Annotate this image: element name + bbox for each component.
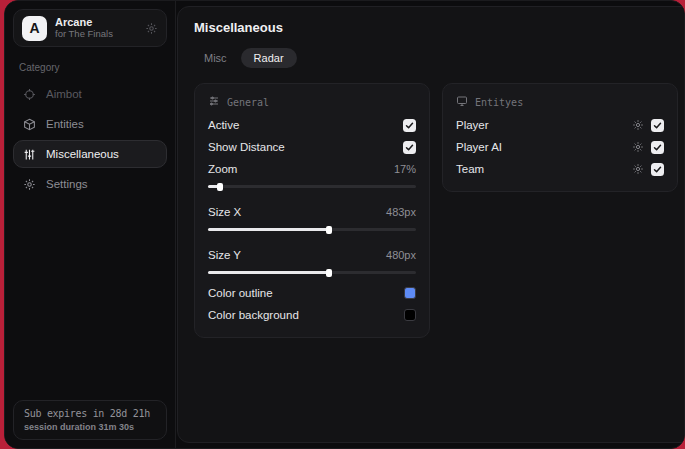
sidebar-item-aimbot[interactable]: Aimbot xyxy=(13,80,167,108)
sidebar-item-miscellaneous[interactable]: Miscellaneous xyxy=(13,140,167,168)
size-x-slider-thumb[interactable] xyxy=(326,226,332,234)
size-y-slider[interactable] xyxy=(208,271,416,274)
zoom-slider[interactable] xyxy=(208,185,416,188)
sidebar-nav: Aimbot Entities Miscel xyxy=(13,80,167,198)
general-panel-header: General xyxy=(208,95,416,109)
show-distance-checkbox[interactable] xyxy=(403,141,416,154)
app-window: A Arcane for The Finals Category xyxy=(4,0,685,449)
color-background-swatch[interactable] xyxy=(404,309,416,321)
gear-icon[interactable] xyxy=(632,163,644,175)
app-logo: A xyxy=(22,16,47,41)
setting-label: Color outline xyxy=(208,287,273,299)
tab-misc[interactable]: Misc xyxy=(194,48,237,68)
gear-icon[interactable] xyxy=(145,22,158,35)
player-checkbox[interactable] xyxy=(651,119,664,132)
tab-radar[interactable]: Radar xyxy=(241,48,297,68)
gear-icon[interactable] xyxy=(632,141,644,153)
general-panel-title: General xyxy=(227,97,269,108)
setting-row-active: Active xyxy=(208,114,416,136)
sidebar-item-label: Miscellaneous xyxy=(46,148,119,160)
entity-label: Player AI xyxy=(456,141,502,153)
general-panel: General Active Show Distance xyxy=(194,83,430,338)
size-y-value: 480px xyxy=(386,249,416,261)
sidebar-item-entities[interactable]: Entities xyxy=(13,110,167,138)
size-x-value: 483px xyxy=(386,206,416,218)
entity-row-player-ai: Player AI xyxy=(456,136,664,158)
team-checkbox[interactable] xyxy=(651,163,664,176)
entity-label: Team xyxy=(456,163,484,175)
entities-panel-header: Entityes xyxy=(456,95,664,109)
crosshair-icon xyxy=(23,88,36,101)
sub-expiry-text: Sub expires in 28d 21h xyxy=(24,408,156,419)
setting-row-size-x: Size X 483px xyxy=(208,201,416,223)
setting-label: Color background xyxy=(208,309,299,321)
setting-label: Show Distance xyxy=(208,141,285,153)
app-title: Arcane xyxy=(55,16,137,29)
sidebar: A Arcane for The Finals Category xyxy=(5,1,176,448)
setting-label: Size Y xyxy=(208,249,241,261)
size-x-slider-fill xyxy=(208,228,329,231)
size-y-slider-fill xyxy=(208,271,329,274)
entities-panel: Entityes Player xyxy=(442,83,678,192)
setting-row-show-distance: Show Distance xyxy=(208,136,416,158)
color-outline-swatch[interactable] xyxy=(404,287,416,299)
page-title: Miscellaneous xyxy=(194,20,678,35)
setting-row-zoom: Zoom 17% xyxy=(208,158,416,180)
mini-sliders-icon xyxy=(208,95,220,109)
setting-label: Active xyxy=(208,119,239,131)
setting-row-color-background: Color background xyxy=(208,304,416,326)
gear-icon[interactable] xyxy=(632,119,644,131)
zoom-slider-thumb[interactable] xyxy=(217,183,223,191)
size-y-slider-thumb[interactable] xyxy=(326,269,332,277)
subscription-info-card: Sub expires in 28d 21h session duration … xyxy=(13,400,167,440)
session-duration-text: session duration 31m 30s xyxy=(24,422,156,432)
entity-row-team: Team xyxy=(456,158,664,180)
entity-row-player: Player xyxy=(456,114,664,136)
setting-row-color-outline: Color outline xyxy=(208,282,416,304)
sidebar-item-label: Aimbot xyxy=(46,88,82,100)
setting-label: Zoom xyxy=(208,163,237,175)
size-x-slider[interactable] xyxy=(208,228,416,231)
sliders-icon xyxy=(23,148,36,161)
sidebar-item-label: Entities xyxy=(46,118,84,130)
panels-row: General Active Show Distance xyxy=(194,83,678,338)
zoom-value: 17% xyxy=(394,163,416,175)
app-meta: Arcane for The Finals xyxy=(55,16,137,40)
main-card: Miscellaneous Misc Radar xyxy=(177,6,685,443)
tab-bar: Misc Radar xyxy=(194,48,678,68)
setting-row-size-y: Size Y 480px xyxy=(208,244,416,266)
gear-icon xyxy=(23,178,36,191)
monitor-icon xyxy=(456,95,468,109)
cube-icon xyxy=(23,118,36,131)
zoom-slider-fill xyxy=(208,185,220,188)
app-header-card: A Arcane for The Finals xyxy=(13,9,167,47)
app-subtitle: for The Finals xyxy=(55,29,137,40)
sidebar-item-settings[interactable]: Settings xyxy=(13,170,167,198)
entities-panel-title: Entityes xyxy=(475,97,523,108)
active-checkbox[interactable] xyxy=(403,119,416,132)
category-label: Category xyxy=(19,62,161,73)
sidebar-item-label: Settings xyxy=(46,178,88,190)
entity-label: Player xyxy=(456,119,489,131)
player-ai-checkbox[interactable] xyxy=(651,141,664,154)
main-area: Miscellaneous Misc Radar xyxy=(176,1,685,448)
setting-label: Size X xyxy=(208,206,241,218)
